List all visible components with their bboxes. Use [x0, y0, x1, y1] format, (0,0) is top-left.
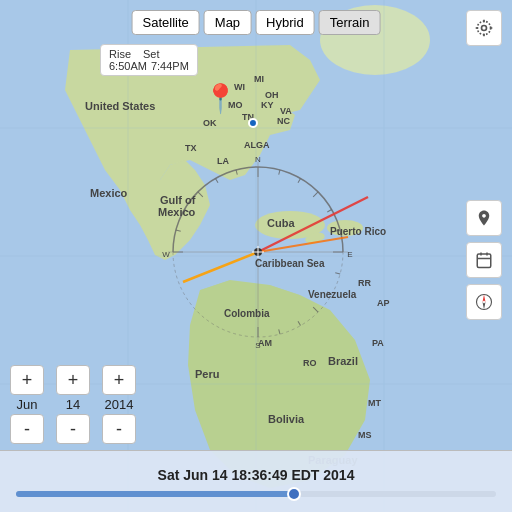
svg-text:W: W: [162, 250, 170, 259]
year-value: 2014: [105, 397, 134, 412]
svg-point-42: [482, 26, 487, 31]
terrain-btn[interactable]: Terrain: [319, 10, 381, 35]
rise-label: Rise: [109, 48, 131, 60]
time-display: Sat Jun 14 18:36:49 EDT 2014: [158, 467, 355, 483]
day-value: 14: [66, 397, 80, 412]
day-minus-btn[interactable]: -: [56, 414, 90, 444]
hybrid-btn[interactable]: Hybrid: [255, 10, 315, 35]
set-label: Set: [143, 48, 160, 60]
svg-point-43: [477, 21, 490, 34]
map-type-controls: Satellite Map Hybrid Terrain: [132, 10, 381, 35]
month-plus-btn[interactable]: +: [10, 365, 44, 395]
rise-time: 6:50AM: [109, 60, 147, 72]
svg-text:S: S: [255, 341, 260, 350]
svg-text:E: E: [347, 250, 352, 259]
month-value: Jun: [17, 397, 38, 412]
svg-marker-50: [483, 302, 486, 310]
time-slider-thumb[interactable]: [287, 487, 301, 501]
satellite-btn[interactable]: Satellite: [132, 10, 200, 35]
location-dot: [248, 118, 258, 128]
map-pin: 📍: [203, 82, 238, 115]
date-controls: + Jun - + 14 - + 2014 -: [10, 365, 136, 444]
svg-marker-49: [483, 295, 486, 303]
year-control: + 2014 -: [102, 365, 136, 444]
year-plus-btn[interactable]: +: [102, 365, 136, 395]
time-slider-track[interactable]: [16, 491, 496, 497]
month-control: + Jun -: [10, 365, 44, 444]
time-bar: Sat Jun 14 18:36:49 EDT 2014: [0, 450, 512, 512]
pin-btn[interactable]: [466, 200, 502, 236]
svg-rect-44: [477, 254, 491, 268]
location-btn[interactable]: [466, 10, 502, 46]
day-control: + 14 -: [56, 365, 90, 444]
right-buttons: [466, 200, 502, 320]
year-minus-btn[interactable]: -: [102, 414, 136, 444]
day-plus-btn[interactable]: +: [56, 365, 90, 395]
set-time: 7:44PM: [151, 60, 189, 72]
svg-point-3: [327, 220, 363, 236]
map-btn[interactable]: Map: [204, 10, 251, 35]
calendar-btn[interactable]: [466, 242, 502, 278]
time-slider-fill: [16, 491, 294, 497]
month-minus-btn[interactable]: -: [10, 414, 44, 444]
compass-btn[interactable]: [466, 284, 502, 320]
rise-set-box: Rise Set 6:50AM 7:44PM: [100, 44, 198, 76]
